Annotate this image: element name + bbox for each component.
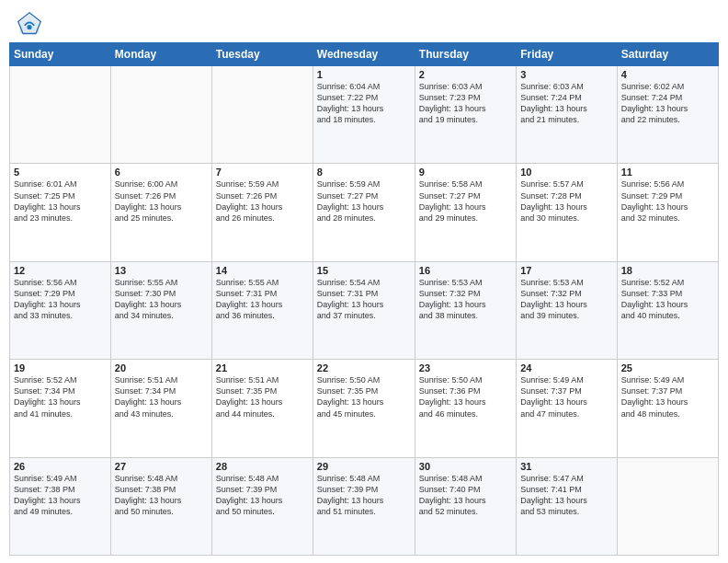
- calendar-cell: 7Sunrise: 5:59 AM Sunset: 7:26 PM Daylig…: [211, 164, 313, 261]
- day-number: 31: [520, 461, 612, 472]
- day-number: 20: [115, 362, 208, 373]
- calendar-cell: 2Sunrise: 6:03 AM Sunset: 7:23 PM Daylig…: [415, 66, 516, 164]
- day-number: 26: [14, 461, 107, 472]
- calendar-cell: 21Sunrise: 5:51 AM Sunset: 7:35 PM Dayli…: [211, 360, 313, 457]
- calendar-cell: 19Sunrise: 5:52 AM Sunset: 7:34 PM Dayli…: [10, 360, 111, 457]
- weekday-header: Monday: [110, 43, 211, 66]
- day-info: Sunrise: 5:48 AM Sunset: 7:39 PM Dayligh…: [317, 473, 411, 518]
- calendar-week-row: 19Sunrise: 5:52 AM Sunset: 7:34 PM Dayli…: [10, 360, 719, 457]
- weekday-header: Wednesday: [313, 43, 415, 66]
- day-number: 28: [216, 461, 309, 472]
- day-number: 27: [115, 461, 208, 472]
- day-number: 5: [14, 167, 107, 178]
- svg-point-2: [27, 25, 31, 29]
- day-number: 10: [520, 167, 612, 178]
- day-number: 19: [14, 362, 107, 373]
- day-info: Sunrise: 5:48 AM Sunset: 7:39 PM Dayligh…: [216, 473, 309, 518]
- day-info: Sunrise: 6:00 AM Sunset: 7:26 PM Dayligh…: [115, 178, 208, 224]
- calendar-cell: 10Sunrise: 5:57 AM Sunset: 7:28 PM Dayli…: [517, 164, 617, 261]
- day-number: 1: [317, 69, 411, 80]
- calendar-cell: 28Sunrise: 5:48 AM Sunset: 7:39 PM Dayli…: [211, 457, 313, 555]
- weekday-header: Thursday: [415, 43, 516, 66]
- calendar-week-row: 5Sunrise: 6:01 AM Sunset: 7:25 PM Daylig…: [10, 164, 719, 261]
- day-info: Sunrise: 5:57 AM Sunset: 7:28 PM Dayligh…: [520, 178, 612, 224]
- calendar-cell: 16Sunrise: 5:53 AM Sunset: 7:32 PM Dayli…: [415, 261, 516, 359]
- day-number: 11: [621, 167, 714, 178]
- weekday-header: Sunday: [10, 43, 111, 66]
- day-number: 2: [419, 69, 512, 80]
- calendar-cell: 26Sunrise: 5:49 AM Sunset: 7:38 PM Dayli…: [10, 457, 111, 555]
- day-number: 7: [216, 167, 309, 178]
- day-info: Sunrise: 5:56 AM Sunset: 7:29 PM Dayligh…: [621, 178, 714, 224]
- logo-icon: [17, 11, 42, 37]
- header: [0, 0, 728, 42]
- day-number: 29: [317, 461, 411, 472]
- calendar-cell: 30Sunrise: 5:48 AM Sunset: 7:40 PM Dayli…: [415, 457, 516, 555]
- day-info: Sunrise: 6:01 AM Sunset: 7:25 PM Dayligh…: [14, 178, 107, 224]
- day-info: Sunrise: 5:49 AM Sunset: 7:37 PM Dayligh…: [621, 374, 714, 419]
- day-info: Sunrise: 5:51 AM Sunset: 7:35 PM Dayligh…: [216, 374, 309, 419]
- calendar-week-row: 12Sunrise: 5:56 AM Sunset: 7:29 PM Dayli…: [10, 261, 719, 359]
- calendar-cell: 17Sunrise: 5:53 AM Sunset: 7:32 PM Dayli…: [517, 261, 617, 359]
- day-info: Sunrise: 5:58 AM Sunset: 7:27 PM Dayligh…: [419, 178, 512, 224]
- day-info: Sunrise: 5:48 AM Sunset: 7:40 PM Dayligh…: [419, 473, 512, 518]
- calendar-cell: 27Sunrise: 5:48 AM Sunset: 7:38 PM Dayli…: [110, 457, 211, 555]
- calendar-cell: 15Sunrise: 5:54 AM Sunset: 7:31 PM Dayli…: [313, 261, 415, 359]
- calendar-cell: [110, 66, 211, 164]
- day-info: Sunrise: 5:49 AM Sunset: 7:38 PM Dayligh…: [14, 473, 107, 518]
- calendar-cell: 9Sunrise: 5:58 AM Sunset: 7:27 PM Daylig…: [415, 164, 516, 261]
- calendar-cell: [10, 66, 111, 164]
- day-info: Sunrise: 5:56 AM Sunset: 7:29 PM Dayligh…: [14, 277, 107, 322]
- day-info: Sunrise: 5:52 AM Sunset: 7:33 PM Dayligh…: [621, 277, 714, 322]
- calendar-cell: [211, 66, 313, 164]
- weekday-header: Tuesday: [211, 43, 313, 66]
- calendar-cell: 11Sunrise: 5:56 AM Sunset: 7:29 PM Dayli…: [617, 164, 718, 261]
- weekday-row: SundayMondayTuesdayWednesdayThursdayFrid…: [10, 43, 719, 66]
- day-info: Sunrise: 5:49 AM Sunset: 7:37 PM Dayligh…: [520, 374, 612, 419]
- day-info: Sunrise: 5:53 AM Sunset: 7:32 PM Dayligh…: [520, 277, 612, 322]
- day-number: 8: [317, 167, 411, 178]
- day-number: 25: [621, 362, 714, 373]
- calendar-cell: 18Sunrise: 5:52 AM Sunset: 7:33 PM Dayli…: [617, 261, 718, 359]
- day-number: 3: [520, 69, 612, 80]
- calendar: SundayMondayTuesdayWednesdayThursdayFrid…: [0, 42, 728, 563]
- svg-marker-0: [20, 15, 40, 34]
- calendar-cell: 3Sunrise: 6:03 AM Sunset: 7:24 PM Daylig…: [517, 66, 617, 164]
- calendar-cell: 6Sunrise: 6:00 AM Sunset: 7:26 PM Daylig…: [110, 164, 211, 261]
- page: SundayMondayTuesdayWednesdayThursdayFrid…: [0, 0, 728, 563]
- day-info: Sunrise: 5:51 AM Sunset: 7:34 PM Dayligh…: [115, 374, 208, 419]
- day-number: 14: [216, 265, 309, 276]
- calendar-cell: 31Sunrise: 5:47 AM Sunset: 7:41 PM Dayli…: [517, 457, 617, 555]
- calendar-week-row: 26Sunrise: 5:49 AM Sunset: 7:38 PM Dayli…: [10, 457, 719, 555]
- day-number: 6: [115, 167, 208, 178]
- day-number: 30: [419, 461, 512, 472]
- day-number: 12: [14, 265, 107, 276]
- calendar-week-row: 1Sunrise: 6:04 AM Sunset: 7:22 PM Daylig…: [10, 66, 719, 164]
- day-number: 23: [419, 362, 512, 373]
- day-info: Sunrise: 5:55 AM Sunset: 7:30 PM Dayligh…: [115, 277, 208, 322]
- day-number: 9: [419, 167, 512, 178]
- day-info: Sunrise: 5:47 AM Sunset: 7:41 PM Dayligh…: [520, 473, 612, 518]
- day-info: Sunrise: 5:48 AM Sunset: 7:38 PM Dayligh…: [115, 473, 208, 518]
- calendar-cell: [617, 457, 718, 555]
- logo: [17, 11, 46, 37]
- calendar-cell: 4Sunrise: 6:02 AM Sunset: 7:24 PM Daylig…: [617, 66, 718, 164]
- day-info: Sunrise: 6:03 AM Sunset: 7:23 PM Dayligh…: [419, 81, 512, 126]
- day-number: 16: [419, 265, 512, 276]
- day-info: Sunrise: 5:50 AM Sunset: 7:36 PM Dayligh…: [419, 374, 512, 419]
- weekday-header: Saturday: [617, 43, 718, 66]
- calendar-cell: 29Sunrise: 5:48 AM Sunset: 7:39 PM Dayli…: [313, 457, 415, 555]
- calendar-body: 1Sunrise: 6:04 AM Sunset: 7:22 PM Daylig…: [10, 66, 719, 556]
- day-info: Sunrise: 5:59 AM Sunset: 7:27 PM Dayligh…: [317, 178, 411, 224]
- calendar-cell: 13Sunrise: 5:55 AM Sunset: 7:30 PM Dayli…: [110, 261, 211, 359]
- day-number: 18: [621, 265, 714, 276]
- day-info: Sunrise: 6:02 AM Sunset: 7:24 PM Dayligh…: [621, 81, 714, 126]
- calendar-table: SundayMondayTuesdayWednesdayThursdayFrid…: [9, 42, 719, 556]
- day-info: Sunrise: 5:53 AM Sunset: 7:32 PM Dayligh…: [419, 277, 512, 322]
- day-info: Sunrise: 5:55 AM Sunset: 7:31 PM Dayligh…: [216, 277, 309, 322]
- calendar-cell: 8Sunrise: 5:59 AM Sunset: 7:27 PM Daylig…: [313, 164, 415, 261]
- calendar-cell: 24Sunrise: 5:49 AM Sunset: 7:37 PM Dayli…: [517, 360, 617, 457]
- day-number: 24: [520, 362, 612, 373]
- calendar-cell: 1Sunrise: 6:04 AM Sunset: 7:22 PM Daylig…: [313, 66, 415, 164]
- day-info: Sunrise: 5:59 AM Sunset: 7:26 PM Dayligh…: [216, 178, 309, 224]
